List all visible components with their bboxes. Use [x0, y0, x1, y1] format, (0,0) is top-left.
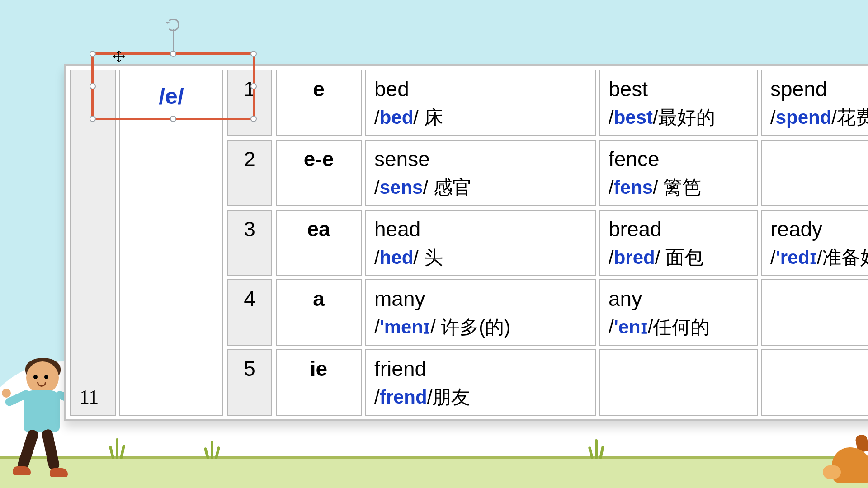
word-pronunciation: /'enɪ/任何的 [609, 314, 749, 340]
word-cell: fence/fens/ 篱笆 [599, 140, 758, 206]
word-cell-empty [761, 279, 868, 346]
spelling-pattern: e [276, 70, 362, 136]
grass-decoration [108, 436, 127, 459]
word-text: friend [374, 355, 587, 383]
page-number-cell: 11 [70, 70, 116, 416]
word-text: many [374, 285, 587, 313]
word-text: fence [609, 145, 749, 173]
sound-cell[interactable]: /e/ [119, 70, 223, 416]
grass-decoration [203, 436, 222, 459]
dog-illustration [818, 429, 868, 483]
resize-handle-tm[interactable] [170, 51, 176, 57]
rotate-handle-icon[interactable] [167, 19, 179, 31]
word-pronunciation: /bred/ 面包 [609, 245, 749, 271]
word-cell-empty [761, 140, 868, 206]
word-cell: ready/'redɪ/准备好 [761, 210, 868, 276]
spelling-pattern: e-e [276, 140, 362, 206]
word-cell: friend/frend/朋友 [365, 349, 596, 416]
word-pronunciation: /frend/朋友 [374, 385, 587, 410]
word-cell: bed/bed/ 床 [365, 70, 596, 136]
word-pronunciation: /'redɪ/准备好 [770, 245, 868, 271]
word-cell: sense/sens/ 感官 [365, 140, 596, 206]
word-text: bed [374, 75, 587, 103]
row-number: 3 [227, 210, 272, 276]
word-text: ready [770, 215, 868, 243]
rotate-connector [173, 29, 174, 51]
row-number: 5 [227, 349, 272, 416]
word-pronunciation: /bed/ 床 [374, 105, 587, 131]
ground-decoration [0, 456, 868, 488]
row-number: 2 [227, 140, 272, 206]
word-pronunciation: /hed/ 头 [374, 245, 587, 271]
word-pronunciation: /spend/花费 [770, 105, 868, 131]
spelling-pattern: ie [276, 349, 362, 416]
word-pronunciation: /best/最好的 [609, 105, 749, 131]
word-text: spend [770, 75, 868, 103]
spelling-pattern: ea [276, 210, 362, 276]
row-number: 4 [227, 279, 272, 346]
word-text: sense [374, 145, 587, 173]
word-cell: head/hed/ 头 [365, 210, 596, 276]
spelling-pattern: a [276, 279, 362, 346]
word-text: best [609, 75, 749, 103]
word-pronunciation: /'menɪ/ 许多(的) [374, 314, 587, 340]
page-number: 11 [80, 386, 99, 408]
word-text: head [374, 215, 587, 243]
grass-decoration [588, 436, 606, 459]
word-pronunciation: /fens/ 篱笆 [609, 175, 749, 201]
word-cell: many/'menɪ/ 许多(的) [365, 279, 596, 346]
word-text: any [609, 285, 749, 313]
word-cell: any/'enɪ/任何的 [599, 279, 758, 346]
sound-label: /e/ [128, 81, 214, 112]
table-row: 11/e/1ebed/bed/ 床best/best/最好的spend/spen… [70, 70, 868, 136]
word-pronunciation: /sens/ 感官 [374, 175, 587, 201]
word-cell: best/best/最好的 [599, 70, 758, 136]
phonics-table: 11/e/1ebed/bed/ 床best/best/最好的spend/spen… [64, 64, 868, 421]
resize-handle-tr[interactable] [250, 51, 257, 57]
word-text: bread [609, 215, 749, 243]
word-cell-empty [599, 349, 758, 416]
resize-handle-tl[interactable] [90, 51, 96, 57]
word-cell: bread/bred/ 面包 [599, 210, 758, 276]
word-cell: spend/spend/花费 [761, 70, 868, 136]
row-number: 1 [227, 70, 272, 136]
word-cell-empty [761, 349, 868, 416]
